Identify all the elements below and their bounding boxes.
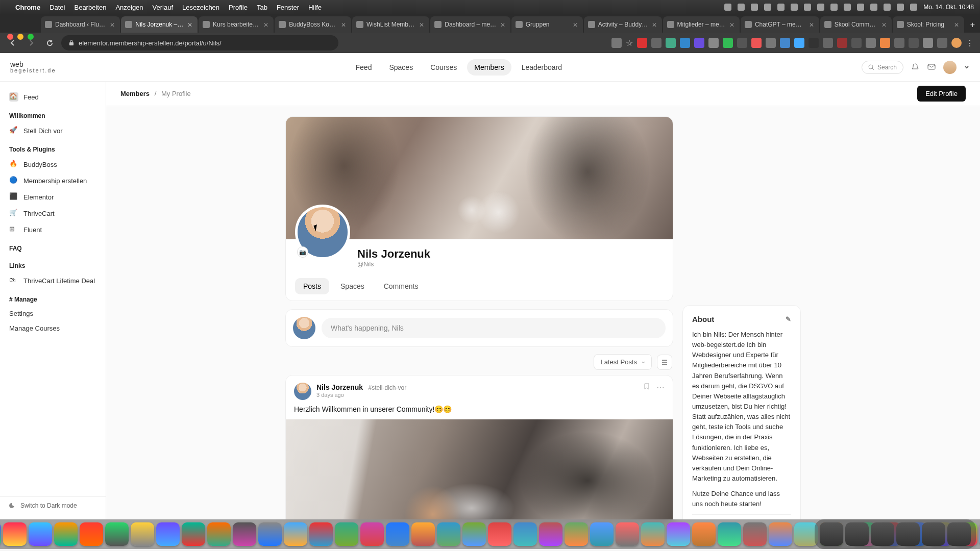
menu-tab[interactable]: Tab (257, 4, 267, 11)
dock-app[interactable] (207, 522, 231, 546)
menu-profile[interactable]: Profile (229, 4, 248, 11)
dock-app[interactable] (386, 522, 409, 546)
close-tab-icon[interactable]: ✕ (419, 21, 425, 28)
extension-icon[interactable] (923, 38, 933, 48)
browser-tab[interactable]: Dashboard – member✕ (430, 16, 510, 33)
browser-tab[interactable]: Activity – BuddyBoss✕ (584, 16, 662, 33)
dock-app[interactable] (80, 522, 103, 546)
control-center-icon[interactable] (910, 4, 917, 11)
dock-app[interactable] (845, 522, 869, 546)
browser-tab[interactable]: Nils Jorzenuk – Flue✕ (121, 16, 198, 33)
browser-tab[interactable]: Skool: Pricing✕ (893, 16, 964, 33)
view-toggle-button[interactable] (657, 355, 672, 370)
bookmark-icon[interactable] (643, 383, 650, 390)
profile-tab-comments[interactable]: Comments (376, 278, 427, 294)
menu-datei[interactable]: Datei (50, 4, 65, 11)
status-icon[interactable] (857, 4, 864, 11)
bookmark-icon[interactable]: ☆ (626, 38, 633, 48)
status-icon[interactable] (764, 4, 771, 11)
browser-tab[interactable]: Kurs bearbeiten „Ac✕ (199, 16, 274, 33)
dock-app[interactable] (411, 522, 435, 546)
extension-icon[interactable] (866, 38, 876, 48)
nav-link-feed[interactable]: Feed (349, 59, 379, 76)
extension-icon[interactable] (637, 38, 647, 48)
dock-app[interactable] (182, 522, 205, 546)
extensions-menu-icon[interactable] (937, 38, 947, 48)
dock-app[interactable] (3, 522, 27, 546)
post-composer[interactable]: What's happening, Nils (285, 309, 673, 347)
dock-app[interactable] (131, 522, 154, 546)
chrome-profile-icon[interactable] (951, 38, 962, 48)
extension-icon[interactable] (808, 38, 819, 48)
extension-icon[interactable] (723, 38, 733, 48)
nav-link-courses[interactable]: Courses (423, 59, 464, 76)
minimize-window-button[interactable] (17, 34, 23, 40)
dock-app[interactable] (616, 522, 639, 546)
nav-link-spaces[interactable]: Spaces (382, 59, 420, 76)
dock-app[interactable] (335, 522, 358, 546)
close-tab-icon[interactable]: ✕ (809, 21, 815, 28)
change-avatar-button[interactable]: 📷 (297, 246, 308, 258)
reload-button[interactable] (43, 36, 56, 49)
dock-app[interactable] (513, 522, 537, 546)
status-icon[interactable] (830, 4, 838, 11)
dock-app[interactable] (590, 522, 614, 546)
menu-anzeigen[interactable]: Anzeigen (115, 4, 143, 11)
browser-tab[interactable]: BuddyBoss Kompon✕ (275, 16, 351, 33)
dock-app[interactable] (156, 522, 180, 546)
extension-icon[interactable] (880, 38, 890, 48)
dock-app[interactable] (947, 522, 971, 546)
status-icon[interactable] (724, 4, 731, 11)
dock-app[interactable] (105, 522, 129, 546)
status-icon[interactable] (870, 4, 877, 11)
close-tab-icon[interactable]: ✕ (573, 21, 579, 28)
dock-app[interactable] (0, 522, 1, 546)
breadcrumb-root[interactable]: Members (120, 90, 150, 97)
dock-app[interactable] (794, 522, 818, 546)
sort-select[interactable]: Latest Posts (594, 354, 652, 370)
close-window-button[interactable] (7, 34, 13, 40)
profile-tab-spaces[interactable]: Spaces (332, 278, 373, 294)
menu-fenster[interactable]: Fenster (277, 4, 299, 11)
dock-app[interactable] (233, 522, 256, 546)
battery-icon[interactable] (897, 4, 904, 11)
status-icon[interactable] (777, 4, 785, 11)
status-icon[interactable] (844, 4, 851, 11)
dock-app[interactable] (360, 522, 384, 546)
post-image[interactable] (286, 419, 673, 521)
dock-app[interactable] (539, 522, 562, 546)
dock-app[interactable] (29, 522, 52, 546)
dock-app[interactable] (692, 522, 716, 546)
close-tab-icon[interactable]: ✕ (263, 21, 270, 28)
sidebar-item[interactable]: 🛍ThriveCart Lifetime Deal (0, 272, 106, 289)
sidebar-item[interactable]: 🔵Membership erstellen (0, 172, 106, 189)
nav-link-leaderboard[interactable]: Leaderboard (514, 59, 569, 76)
browser-tab[interactable]: Mitglieder – member✕ (663, 16, 740, 33)
extension-icon[interactable] (780, 38, 790, 48)
extension-icon[interactable] (851, 38, 862, 48)
wifi-icon[interactable] (884, 4, 891, 11)
menu-bearbeiten[interactable]: Bearbeiten (74, 4, 106, 11)
dock-app[interactable] (871, 522, 894, 546)
dark-mode-toggle[interactable]: Switch to Dark mode (0, 496, 106, 514)
dock-app[interactable] (718, 522, 741, 546)
sidebar-item[interactable]: 🛒ThriveCart (0, 205, 106, 221)
dock-app[interactable] (820, 522, 843, 546)
browser-tab[interactable]: WishList Member | S✕ (352, 16, 429, 33)
sidebar-item[interactable]: Manage Courses (0, 321, 106, 336)
dock-app[interactable] (922, 522, 945, 546)
edit-about-icon[interactable]: ✎ (786, 315, 791, 323)
close-tab-icon[interactable]: ✕ (500, 21, 506, 28)
extension-icon[interactable] (766, 38, 776, 48)
close-tab-icon[interactable]: ✕ (110, 21, 116, 28)
sidebar-item-feed[interactable]: 🏠 Feed (0, 89, 106, 105)
extension-icon[interactable] (680, 38, 690, 48)
menu-hilfe[interactable]: Hilfe (308, 4, 322, 11)
messages-icon[interactable] (927, 63, 936, 72)
dock-app[interactable] (54, 522, 78, 546)
post-author-avatar[interactable] (294, 383, 311, 400)
menubar-clock[interactable]: Mo. 14. Okt. 10:48 (923, 4, 974, 11)
dock-app[interactable] (769, 522, 792, 546)
chevron-down-icon[interactable] (964, 64, 970, 70)
extension-icon[interactable] (837, 38, 847, 48)
